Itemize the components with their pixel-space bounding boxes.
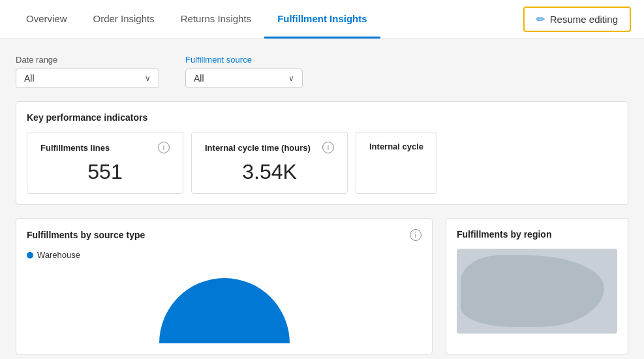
pie-chart-warehouse-segment xyxy=(159,278,290,343)
kpi-cards-container: Fulfillments lines i 551 Internal cycle … xyxy=(27,132,617,194)
kpi-card-internal-cycle-time: Internal cycle time (hours) i 3.54K xyxy=(191,132,348,194)
tab-returns-insights[interactable]: Returns Insights xyxy=(168,0,264,39)
kpi-card-fulfillment-lines: Fulfillments lines i 551 xyxy=(27,132,183,194)
map-visualization xyxy=(457,249,617,334)
kpi-card-internal-cycle-partial: Internal cycle xyxy=(356,132,437,194)
kpi-card-label-internal-cycle: Internal cycle xyxy=(369,142,423,151)
filters-row: Date range All ∨ Fulfillment source All … xyxy=(16,55,628,88)
info-icon-cycle-time[interactable]: i xyxy=(322,142,334,153)
fulfillments-by-region-chart: Fulfillments by region xyxy=(446,218,628,354)
tab-order-insights[interactable]: Order Insights xyxy=(80,0,168,39)
kpi-section-title: Key performance indicators xyxy=(27,112,617,123)
bottom-row: Fulfillments by source type i Warehouse … xyxy=(16,218,628,354)
fulfillments-by-region-title: Fulfillments by region xyxy=(457,229,551,240)
pencil-icon: ✏ xyxy=(536,13,545,25)
date-range-select[interactable]: All ∨ xyxy=(16,69,159,88)
kpi-value-fulfillment-lines: 551 xyxy=(40,160,170,184)
kpi-section: Key performance indicators Fulfillments … xyxy=(16,101,628,205)
legend-dot-warehouse xyxy=(27,252,33,258)
fulfillment-source-select[interactable]: All ∨ xyxy=(185,69,303,88)
chevron-down-icon: ∨ xyxy=(145,74,151,83)
tab-fulfillment-insights[interactable]: Fulfillment Insights xyxy=(264,0,380,39)
kpi-card-label-cycle-time: Internal cycle time (hours) xyxy=(205,143,311,153)
top-navigation: Overview Order Insights Returns Insights… xyxy=(0,0,644,39)
kpi-card-label-fulfillment-lines: Fulfillments lines xyxy=(40,143,110,153)
resume-editing-button[interactable]: ✏ Resume editing xyxy=(523,7,631,32)
info-icon-source-chart[interactable]: i xyxy=(410,229,422,241)
fulfillments-by-source-title: Fulfillments by source type xyxy=(27,230,145,240)
main-content: Date range All ∨ Fulfillment source All … xyxy=(0,39,644,354)
map-land-shape xyxy=(461,255,604,327)
fulfillment-source-label: Fulfillment source xyxy=(185,55,303,65)
legend-item-warehouse: Warehouse xyxy=(27,250,422,260)
fulfillments-by-source-chart: Fulfillments by source type i Warehouse xyxy=(16,218,433,354)
tab-overview[interactable]: Overview xyxy=(13,0,80,39)
kpi-value-cycle-time: 3.54K xyxy=(205,160,334,184)
date-range-filter: Date range All ∨ xyxy=(16,55,159,88)
info-icon-fulfillment-lines[interactable]: i xyxy=(158,142,170,153)
chevron-down-icon: ∨ xyxy=(288,74,294,83)
pie-chart-area xyxy=(27,265,422,343)
fulfillment-source-filter: Fulfillment source All ∨ xyxy=(185,55,303,88)
date-range-label: Date range xyxy=(16,55,159,65)
